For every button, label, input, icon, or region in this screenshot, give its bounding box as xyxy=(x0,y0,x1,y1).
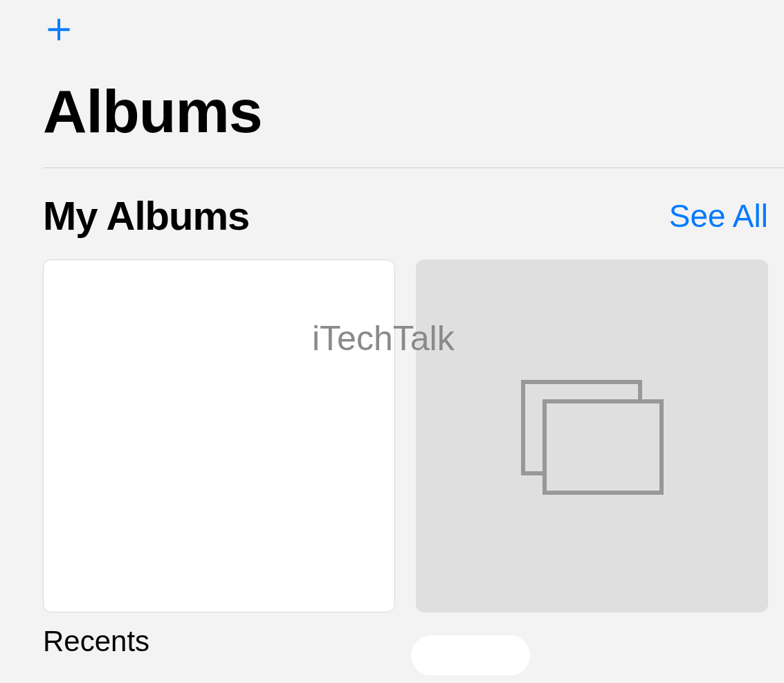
albums-row xyxy=(0,259,784,612)
see-all-button[interactable]: See All xyxy=(669,197,768,235)
header-toolbar: ＋ xyxy=(0,0,784,48)
plus-icon: ＋ xyxy=(38,4,80,51)
redaction-overlay xyxy=(411,635,530,675)
section-title: My Albums xyxy=(43,192,249,239)
album-label-recents: Recents xyxy=(0,612,784,658)
photo-stack-icon xyxy=(521,380,663,493)
page-title: Albums xyxy=(0,48,784,167)
album-tile-recents[interactable] xyxy=(43,259,395,612)
section-header: My Albums See All xyxy=(0,168,784,259)
stack-rect-front xyxy=(543,399,664,495)
album-tile-empty[interactable] xyxy=(416,259,768,612)
add-album-button[interactable]: ＋ xyxy=(38,7,80,48)
